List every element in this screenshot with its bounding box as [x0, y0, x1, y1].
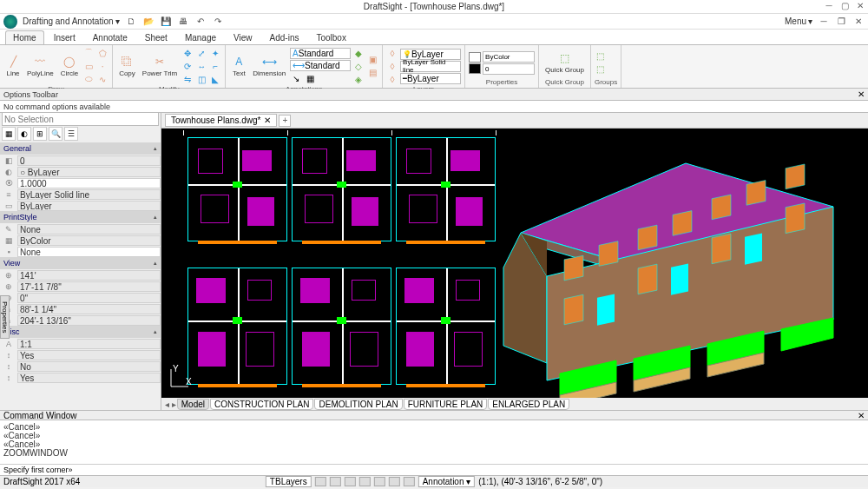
status-btn[interactable] [359, 477, 371, 486]
layer-icon-3[interactable]: ◊ [386, 73, 398, 85]
color-dropdown[interactable]: ByColor [483, 51, 535, 63]
status-btn[interactable] [330, 477, 341, 486]
polygon-icon[interactable]: ⬠ [96, 47, 108, 59]
prop-field[interactable]: None [17, 224, 161, 235]
prop-field[interactable]: 204'-1 13/16" [17, 315, 161, 326]
move-icon[interactable]: ✥ [181, 47, 194, 59]
circle-button[interactable]: ◯Circle [58, 54, 81, 78]
layer-icon-1[interactable]: ◊ [386, 47, 398, 59]
new-icon[interactable]: 🗋 [125, 16, 137, 28]
ann-icon-2[interactable]: ◇ [352, 60, 365, 72]
tab-manage[interactable]: Manage [177, 30, 224, 44]
table-icon[interactable]: ▦ [304, 72, 316, 84]
group-icon-2[interactable]: ⬚ [595, 63, 607, 76]
tab-insert[interactable]: Insert [46, 30, 83, 44]
prop-field[interactable]: 0 [17, 155, 161, 166]
layer-icon-2[interactable]: ◊ [386, 60, 398, 72]
prop-field[interactable]: 1.0000 [17, 178, 161, 188]
options-close-icon[interactable]: ✕ [858, 89, 865, 99]
offset-icon[interactable]: ◫ [195, 73, 207, 85]
fillet-icon[interactable]: ⌐ [209, 60, 221, 72]
add-doc-button[interactable]: + [279, 115, 291, 127]
lineweight-dropdown[interactable]: ━ ByLayer [400, 73, 461, 84]
prop-tool-2[interactable]: ◐ [17, 127, 31, 141]
tab-toolbox[interactable]: Toolbox [308, 30, 353, 44]
spline-icon[interactable]: ∿ [96, 73, 108, 85]
polyline-button[interactable]: 〰PolyLine [24, 54, 56, 78]
close-button[interactable]: ✕ [854, 0, 866, 10]
prop-tool-1[interactable]: ▦ [2, 127, 16, 141]
scale-icon[interactable]: ⤢ [195, 47, 207, 59]
mirror-icon[interactable]: ⇋ [181, 73, 194, 85]
prop-field[interactable]: ○ ByLayer [17, 167, 161, 177]
leader-icon[interactable]: ↘ [290, 72, 302, 84]
inner-minimize-icon[interactable]: ─ [818, 16, 830, 28]
doc-tab-close-icon[interactable]: ✕ [264, 116, 271, 125]
stretch-icon[interactable]: ↔ [195, 60, 207, 72]
dimension-button[interactable]: ⟷Dimension [250, 54, 288, 78]
prop-field[interactable]: ByColor [17, 235, 161, 246]
sheet-tab[interactable]: FURNITURE PLAN [404, 399, 488, 410]
selection-dropdown[interactable]: No Selection [2, 112, 159, 126]
sheet-tab-model[interactable]: Model [177, 399, 209, 410]
status-btn[interactable] [374, 477, 385, 486]
undo-icon[interactable]: ↶ [194, 16, 207, 28]
linetype-dropdown[interactable]: ByLayer Solid line [400, 61, 461, 72]
inner-restore-icon[interactable]: ❐ [835, 16, 847, 28]
open-icon[interactable]: 📂 [142, 16, 155, 28]
section-general[interactable]: General [0, 142, 161, 155]
properties-side-tab[interactable]: Properties [0, 295, 10, 339]
prop-field[interactable]: 17'-11 7/8" [17, 281, 161, 292]
text-style-dropdown[interactable]: A Standard [290, 48, 351, 59]
line-button[interactable]: ╱Line [3, 54, 23, 78]
ann-icon-4[interactable]: ▣ [366, 54, 378, 66]
status-layer[interactable]: TBLayers [266, 476, 312, 487]
section-printstyle[interactable]: PrintStyle [0, 211, 161, 223]
rotate-icon[interactable]: ⟳ [181, 60, 194, 72]
rect-icon[interactable]: ▭ [82, 60, 95, 72]
ann-icon-5[interactable]: ▤ [366, 67, 378, 79]
minimize-button[interactable]: ─ [823, 0, 835, 10]
prop-field[interactable]: ByLayer [17, 201, 161, 211]
ellipse-icon[interactable]: ⬭ [82, 73, 95, 85]
chamfer-icon[interactable]: ◣ [209, 73, 221, 85]
doc-tab[interactable]: Townhouse Plans.dwg*✕ [165, 114, 277, 127]
dim-style-dropdown[interactable]: ⟷ Standard [290, 60, 351, 71]
prop-field[interactable]: 0" [17, 293, 161, 303]
status-btn[interactable] [345, 477, 356, 486]
tab-addins[interactable]: Add-ins [262, 30, 307, 44]
status-btn[interactable] [315, 477, 326, 486]
quickgroup-button[interactable]: ⬚Quick Group [542, 50, 587, 75]
print-icon[interactable]: 🖶 [177, 16, 189, 28]
workspace-dropdown[interactable]: Drafting and Annotation ▾ [23, 17, 120, 26]
point-icon[interactable]: · [96, 60, 108, 72]
save-icon[interactable]: 💾 [160, 16, 172, 28]
prop-tool-4[interactable]: 🔍 [49, 127, 62, 141]
color-swatch[interactable] [469, 52, 481, 63]
ann-icon-3[interactable]: ◈ [352, 73, 365, 85]
powertrim-button[interactable]: ✂Power Trim [140, 54, 180, 78]
inner-close-icon[interactable]: ✕ [852, 16, 865, 28]
color-swatch-2[interactable] [469, 63, 481, 74]
tab-view[interactable]: View [226, 30, 260, 44]
cmd-close-icon[interactable]: ✕ [858, 411, 865, 420]
section-misc[interactable]: Misc [0, 326, 161, 338]
group-icon-1[interactable]: ⬚ [595, 50, 607, 63]
prop-field[interactable]: 141' [17, 270, 161, 281]
ann-icon-1[interactable]: ◆ [352, 47, 365, 59]
app-logo-icon[interactable] [3, 15, 17, 29]
prop-field[interactable]: Yes [17, 373, 161, 383]
maximize-button[interactable]: ▢ [838, 0, 851, 10]
sheet-tab[interactable]: ENLARGED PLAN [488, 399, 569, 410]
prop-tool-3[interactable]: ⊞ [33, 127, 47, 141]
status-btn[interactable] [404, 477, 415, 486]
arc-icon[interactable]: ⌒ [82, 47, 95, 59]
command-prompt[interactable]: Specify first corner» [0, 464, 868, 475]
prop-field[interactable]: None [17, 247, 161, 257]
tab-annotate[interactable]: Annotate [85, 30, 135, 44]
prop-val-field[interactable]: 0 [483, 63, 535, 75]
prop-tool-5[interactable]: ☰ [64, 127, 78, 141]
sheet-tab[interactable]: DEMOLITION PLAN [314, 399, 402, 410]
prop-field[interactable]: 88'-1 1/4" [17, 304, 161, 314]
sheet-tab[interactable]: CONSTRUCTION PLAN [210, 399, 313, 410]
